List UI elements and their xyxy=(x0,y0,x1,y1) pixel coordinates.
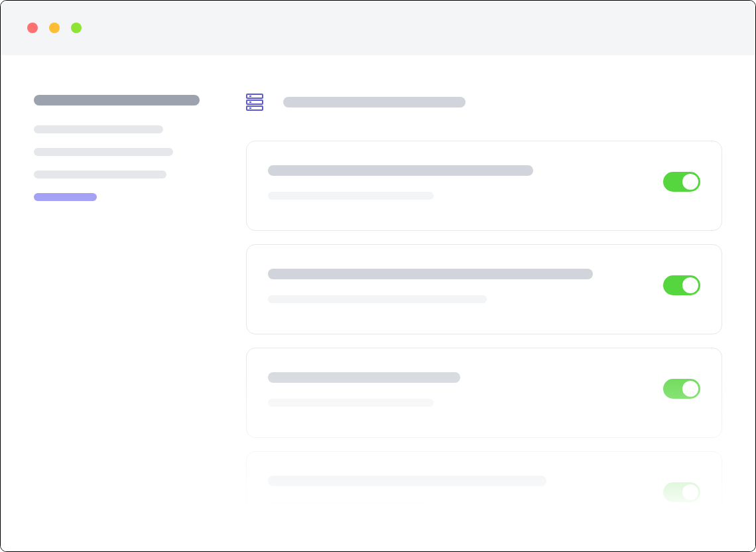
setting-body xyxy=(268,476,650,510)
setting-title xyxy=(268,269,593,279)
sidebar xyxy=(34,95,213,551)
toggle-knob xyxy=(682,381,698,397)
setting-toggle-1[interactable] xyxy=(663,275,700,295)
titlebar xyxy=(1,1,755,55)
toggle-knob xyxy=(682,484,698,500)
setting-toggle-3[interactable] xyxy=(663,482,700,502)
settings-list xyxy=(246,141,722,541)
setting-toggle-0[interactable] xyxy=(663,172,700,192)
page-title xyxy=(283,97,466,107)
setting-card-1 xyxy=(246,244,722,334)
setting-subtitle xyxy=(268,192,434,200)
server-stack-icon xyxy=(246,94,263,111)
setting-body xyxy=(268,372,650,407)
setting-title xyxy=(268,476,546,486)
setting-subtitle xyxy=(268,295,487,303)
svg-rect-2 xyxy=(247,106,263,110)
main-header xyxy=(246,94,722,111)
setting-subtitle xyxy=(268,399,434,407)
setting-body xyxy=(268,269,650,303)
sidebar-item-3-active[interactable] xyxy=(34,193,97,201)
app-window xyxy=(0,0,756,552)
setting-card-2 xyxy=(246,348,722,438)
svg-rect-1 xyxy=(247,100,263,104)
setting-card-0 xyxy=(246,141,722,231)
window-zoom-button[interactable] xyxy=(71,23,82,33)
content-area xyxy=(1,55,755,551)
toggle-knob xyxy=(682,277,698,293)
setting-body xyxy=(268,165,650,200)
sidebar-title xyxy=(34,95,200,105)
setting-toggle-2[interactable] xyxy=(663,379,700,399)
window-minimize-button[interactable] xyxy=(49,23,60,33)
setting-title xyxy=(268,372,460,383)
svg-rect-0 xyxy=(247,94,263,98)
setting-subtitle xyxy=(268,502,427,510)
setting-card-3 xyxy=(246,451,722,541)
window-close-button[interactable] xyxy=(27,23,38,33)
sidebar-item-0[interactable] xyxy=(34,125,163,133)
main-panel xyxy=(246,95,722,551)
setting-title xyxy=(268,165,533,176)
toggle-knob xyxy=(682,174,698,190)
sidebar-item-1[interactable] xyxy=(34,148,173,156)
sidebar-item-2[interactable] xyxy=(34,171,166,178)
